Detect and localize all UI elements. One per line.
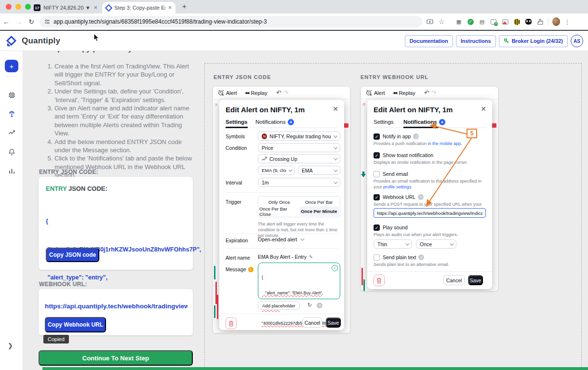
sound-repeat-select[interactable]: Once <box>416 239 456 249</box>
condition-right-select[interactable]: EMA <box>298 166 340 175</box>
candlestick <box>214 266 215 279</box>
extensions-puzzle-icon[interactable] <box>536 18 544 26</box>
traffic-lights[interactable] <box>6 4 31 10</box>
save-button[interactable]: Save <box>326 317 341 328</box>
help-icon[interactable]: ? <box>418 254 424 260</box>
candlestick <box>361 268 363 285</box>
qr-extension-icon[interactable]: ▦ <box>455 18 463 26</box>
replay-icon[interactable]: ◀◀ <box>393 91 397 95</box>
interval-select[interactable]: 1m <box>258 178 340 187</box>
help-icon[interactable]: ? <box>317 303 322 308</box>
close-window-button[interactable] <box>6 4 12 10</box>
browser-tab-nifty[interactable]: 17 NIFTY 24,826.20 ▼ -0.7% Ba × <box>30 2 101 13</box>
symbols-select[interactable]: 50 NIFTY, Regular trading hours <box>258 132 340 141</box>
profile-avatar[interactable] <box>552 18 560 26</box>
bee-extension-icon[interactable] <box>513 18 521 26</box>
back-icon[interactable]: ← <box>0 18 13 26</box>
tab-notifications[interactable]: Notifications4 <box>403 119 445 125</box>
instructions-button[interactable]: Instructions <box>456 35 496 47</box>
play-sound-checkbox[interactable] <box>374 225 380 231</box>
undo-icon[interactable]: ↶ <box>424 89 429 96</box>
close-icon[interactable]: ✕ <box>481 105 486 113</box>
copy-webhook-button[interactable]: Copy Webhook URL <box>45 317 106 332</box>
new-tab-button[interactable]: + <box>179 2 189 10</box>
trigger-option-selected[interactable]: Once Per Minute <box>299 207 339 216</box>
condition-left-select[interactable]: EMA (9, close) <box>258 166 295 175</box>
sidebar-charts-icon[interactable] <box>8 129 15 136</box>
trigger-option[interactable]: Once Per Bar <box>299 198 339 207</box>
sidebar-signals-icon[interactable] <box>8 110 15 118</box>
send-plain-text-checkbox[interactable] <box>374 254 380 261</box>
minimize-window-button[interactable] <box>15 4 21 10</box>
add-placeholder-button[interactable]: Add placeholder <box>258 301 300 310</box>
replay-icon[interactable]: ◀◀ <box>245 91 249 95</box>
sidebar-expand-icon[interactable]: ❯ <box>8 342 13 349</box>
close-icon[interactable]: ✕ <box>333 105 338 113</box>
notes-extension-icon[interactable]: ▤ <box>478 18 486 26</box>
tab-settings[interactable]: Settings <box>226 119 247 125</box>
menu-kebab-icon[interactable]: ⋮ <box>563 18 571 26</box>
trigger-option[interactable]: Once Per Bar Close <box>259 207 299 216</box>
sidebar-bots-icon[interactable] <box>8 92 15 99</box>
reload-icon[interactable]: ↻ <box>25 18 38 26</box>
quantiply-logo[interactable]: Quantiply <box>6 36 60 46</box>
cancel-button[interactable]: Cancel <box>443 275 465 285</box>
alert-toolbar-label[interactable]: Alert <box>226 90 237 96</box>
redo-icon[interactable]: ↷ <box>283 89 289 96</box>
show-toast-checkbox[interactable] <box>374 152 380 159</box>
broker-login-button[interactable]: Broker Login (24/32) <box>499 35 568 47</box>
alert-clock-icon[interactable] <box>218 90 224 96</box>
create-new-button[interactable]: + <box>5 60 18 72</box>
user-avatar[interactable]: AS <box>571 35 583 47</box>
help-icon[interactable]: ? <box>418 194 424 200</box>
redo-icon[interactable]: ↷ <box>431 89 437 96</box>
panda-extension-icon[interactable] <box>524 18 532 26</box>
mobile-app-link[interactable]: in the mobile app. <box>428 141 462 146</box>
sidebar-alerts-icon[interactable] <box>8 148 15 156</box>
send-email-checkbox[interactable] <box>374 171 380 177</box>
profile-settings-link[interactable]: profile settings. <box>383 185 413 189</box>
tab-title: NIFTY 24,826.20 ▼ -0.7% Ba <box>43 5 91 11</box>
condition-select[interactable]: Price <box>258 143 340 152</box>
delete-alert-button[interactable] <box>374 275 385 286</box>
install-app-icon[interactable] <box>426 18 434 26</box>
help-icon[interactable]: ? <box>413 133 419 139</box>
tab-settings[interactable]: Settings <box>374 119 394 125</box>
delete-alert-button[interactable] <box>226 317 237 329</box>
alert-name-value[interactable]: EMA Buy Alert - Entry✎ <box>258 254 313 260</box>
webhook-url-input[interactable] <box>374 208 486 218</box>
condition-operator-select[interactable]: Crossing Up <box>258 154 340 163</box>
forward-icon[interactable]: → <box>13 18 25 26</box>
tab-notifications[interactable]: Notifications4 <box>255 119 294 125</box>
alert-clock-icon[interactable] <box>366 90 372 96</box>
edit-pencil-icon[interactable]: ✎ <box>309 254 313 260</box>
expiration-value[interactable]: Open-ended alert <box>258 237 303 242</box>
replay-toolbar-label[interactable]: Replay <box>251 90 267 96</box>
address-bar[interactable]: app.quantiply.tech/signals/68358f1995e84… <box>40 16 422 27</box>
notify-in-app-checkbox[interactable] <box>374 133 380 140</box>
documentation-button[interactable]: Documentation <box>405 35 453 47</box>
window-extension-icon[interactable]: + <box>490 18 497 26</box>
copied-tooltip: Copied <box>43 335 69 344</box>
save-button[interactable]: Save <box>468 275 483 285</box>
replay-toolbar-label[interactable]: Replay <box>399 90 415 96</box>
tab-close-icon[interactable]: × <box>94 4 97 11</box>
cancel-button[interactable]: Cancel <box>302 317 322 328</box>
browser-tab-quantiply[interactable]: Step 3: Copy-paste Entry JS × <box>102 2 175 13</box>
undo-icon[interactable]: ↶ <box>276 89 281 96</box>
bookmark-star-icon[interactable]: ☆ <box>438 18 445 26</box>
alert-toolbar-label[interactable]: Alert <box>374 90 385 96</box>
continue-next-step-button[interactable]: Continue To Next Step <box>39 350 193 366</box>
webhook-url-checkbox[interactable] <box>374 194 380 200</box>
reset-message-icon[interactable]: ↻ <box>307 302 312 308</box>
trigger-option[interactable]: Only Once <box>259 198 299 207</box>
check-extension-icon[interactable]: ✓ <box>467 18 474 26</box>
step-item: Under the Settings tab, define your 'Con… <box>54 87 197 104</box>
copy-json-button[interactable]: Copy JSON code <box>46 248 99 262</box>
site-settings-icon[interactable] <box>44 19 50 25</box>
tab-close-icon[interactable]: × <box>168 4 172 11</box>
sidebar-stats-icon[interactable] <box>8 168 15 175</box>
sound-tone-select[interactable]: Thin <box>374 239 412 249</box>
image-extension-icon[interactable] <box>501 18 509 26</box>
message-textarea[interactable]: { "alert_name": "EMA Buy Alert", "token"… <box>258 263 340 299</box>
